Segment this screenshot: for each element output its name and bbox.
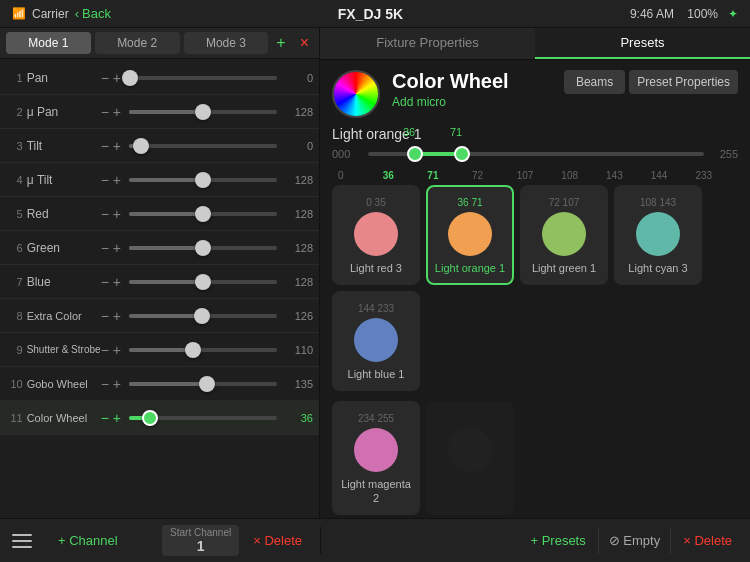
ch-plus[interactable]: + bbox=[113, 139, 121, 153]
ch-slider-track[interactable] bbox=[129, 314, 277, 318]
close-mode-button[interactable]: × bbox=[296, 34, 313, 52]
ch-plus[interactable]: + bbox=[113, 343, 121, 357]
ch-plus[interactable]: + bbox=[113, 241, 121, 255]
ch-minus[interactable]: − bbox=[101, 241, 109, 255]
ch-minus[interactable]: − bbox=[101, 309, 109, 323]
preset-card-light-magenta-2[interactable]: 234 255 Light magenta 2 bbox=[332, 401, 420, 514]
range-thumb-right[interactable]: 71 bbox=[454, 146, 470, 162]
preset-card-light-green-1[interactable]: 72 107 Light green 1 bbox=[520, 185, 608, 285]
range-thumb-left[interactable]: 36 bbox=[407, 146, 423, 162]
add-mode-button[interactable]: + bbox=[272, 34, 289, 52]
preset-card-empty-1[interactable] bbox=[426, 401, 514, 514]
ch-slider-track[interactable] bbox=[129, 348, 277, 352]
start-channel-control[interactable]: Start Channel 1 bbox=[162, 525, 239, 556]
delete-button-left[interactable]: × Delete bbox=[243, 527, 312, 554]
top-bar: 📶 Carrier ‹ Back FX_DJ 5K 9:46 AM 100% ✦ bbox=[0, 0, 750, 28]
ch-plus[interactable]: + bbox=[113, 105, 121, 119]
ch-name: Blue bbox=[27, 275, 101, 289]
ch-plus[interactable]: + bbox=[113, 309, 121, 323]
ch-name: Green bbox=[27, 241, 101, 255]
presets-button[interactable]: + Presets bbox=[520, 527, 595, 554]
ch-name: Pan bbox=[27, 71, 101, 85]
ch-controls: − + 128 bbox=[101, 241, 313, 255]
preset-swatch bbox=[354, 318, 398, 362]
ch-value: 135 bbox=[285, 378, 313, 390]
delete-button-right[interactable]: × Delete bbox=[673, 527, 742, 554]
channel-row: 1 Pan − + 0 bbox=[0, 61, 319, 95]
ch-minus[interactable]: − bbox=[101, 173, 109, 187]
range-num-144: 107 bbox=[513, 170, 558, 181]
preset-swatch bbox=[354, 212, 398, 256]
ch-minus[interactable]: − bbox=[101, 207, 109, 221]
carrier-label: Carrier bbox=[32, 7, 69, 21]
ch-slider-track[interactable] bbox=[129, 382, 277, 386]
ch-name: Color Wheel bbox=[27, 412, 101, 424]
preset-range: 144 233 bbox=[358, 303, 394, 314]
ch-slider-track[interactable] bbox=[129, 144, 277, 148]
ch-minus[interactable]: − bbox=[101, 411, 109, 425]
top-bar-right: 9:46 AM 100% ✦ bbox=[630, 7, 738, 21]
range-track[interactable]: 36 71 bbox=[368, 152, 704, 156]
preset-grid-row2: 234 255 Light magenta 2 bbox=[332, 401, 738, 514]
ch-plus[interactable]: + bbox=[113, 275, 121, 289]
start-channel-label: Start Channel bbox=[170, 527, 231, 538]
preset-label: Light orange 1 bbox=[435, 262, 505, 275]
mode-tab-2[interactable]: Mode 2 bbox=[95, 32, 180, 54]
preset-title: Color Wheel bbox=[392, 70, 564, 93]
ch-name: Gobo Wheel bbox=[27, 378, 101, 390]
ch-value: 0 bbox=[285, 140, 313, 152]
ch-controls: − + 128 bbox=[101, 207, 313, 221]
ch-slider-track[interactable] bbox=[129, 212, 277, 216]
selected-preset-name: Light orange 1 bbox=[332, 126, 738, 142]
add-channel-button[interactable]: + Channel bbox=[48, 527, 128, 554]
ch-slider-track[interactable] bbox=[129, 110, 277, 114]
tab-fixture-properties[interactable]: Fixture Properties bbox=[320, 28, 535, 59]
ch-plus[interactable]: + bbox=[113, 71, 121, 85]
ch-number: 3 bbox=[6, 140, 23, 152]
ch-minus[interactable]: − bbox=[101, 105, 109, 119]
add-micro-button[interactable]: Add micro bbox=[392, 95, 564, 109]
ch-slider-track[interactable] bbox=[129, 280, 277, 284]
empty-button[interactable]: ⊘ Empty bbox=[598, 527, 671, 554]
ch-minus[interactable]: − bbox=[101, 343, 109, 357]
preset-properties-button[interactable]: Preset Properties bbox=[629, 70, 738, 94]
ch-name: Extra Color bbox=[27, 310, 101, 322]
range-bubble-left: 36 bbox=[403, 126, 415, 138]
ch-value: 126 bbox=[285, 310, 313, 322]
ch-slider-track[interactable] bbox=[129, 246, 277, 250]
left-panel: Mode 1 Mode 2 Mode 3 + × 1 Pan − + bbox=[0, 28, 320, 518]
ch-controls: − + 36 bbox=[101, 411, 313, 425]
ch-minus[interactable]: − bbox=[101, 139, 109, 153]
preset-card-light-blue-1[interactable]: 144 233 Light blue 1 bbox=[332, 291, 420, 391]
ch-plus[interactable]: + bbox=[113, 411, 121, 425]
ch-number: 2 bbox=[6, 106, 23, 118]
ch-minus[interactable]: − bbox=[101, 377, 109, 391]
beams-button[interactable]: Beams bbox=[564, 70, 625, 94]
range-num-72: 71 bbox=[423, 170, 468, 181]
mode-tab-3[interactable]: Mode 3 bbox=[184, 32, 269, 54]
preset-grid-row1: 0 35 Light red 3 36 71 Light orange 1 72… bbox=[332, 185, 738, 391]
ch-minus[interactable]: − bbox=[101, 71, 109, 85]
preset-card-light-orange-1[interactable]: 36 71 Light orange 1 bbox=[426, 185, 514, 285]
ch-slider-track[interactable] bbox=[129, 416, 277, 420]
preset-card-light-cyan-3[interactable]: 108 143 Light cyan 3 bbox=[614, 185, 702, 285]
preset-card-light-red-3[interactable]: 0 35 Light red 3 bbox=[332, 185, 420, 285]
ch-plus[interactable]: + bbox=[113, 173, 121, 187]
ch-slider-track[interactable] bbox=[129, 178, 277, 182]
preset-range: 36 71 bbox=[457, 197, 482, 208]
menu-button[interactable] bbox=[8, 526, 44, 556]
channel-row: 2 μ Pan − + 128 bbox=[0, 95, 319, 129]
ch-plus[interactable]: + bbox=[113, 377, 121, 391]
time-label: 9:46 AM bbox=[630, 7, 674, 21]
ch-slider-track[interactable] bbox=[129, 76, 277, 80]
start-channel-value[interactable]: 1 bbox=[197, 538, 205, 554]
color-wheel-icon bbox=[332, 70, 380, 118]
tab-presets[interactable]: Presets bbox=[535, 28, 750, 59]
mode-tab-1[interactable]: Mode 1 bbox=[6, 32, 91, 54]
ch-plus[interactable]: + bbox=[113, 207, 121, 221]
range-numbers-row: 0 36 71 72 107 108 143 144 233 bbox=[332, 170, 738, 181]
ch-minus[interactable]: − bbox=[101, 275, 109, 289]
back-button[interactable]: ‹ Back bbox=[75, 6, 111, 21]
mode-tabs: Mode 1 Mode 2 Mode 3 + × bbox=[0, 28, 319, 59]
ch-number: 4 bbox=[6, 174, 23, 186]
